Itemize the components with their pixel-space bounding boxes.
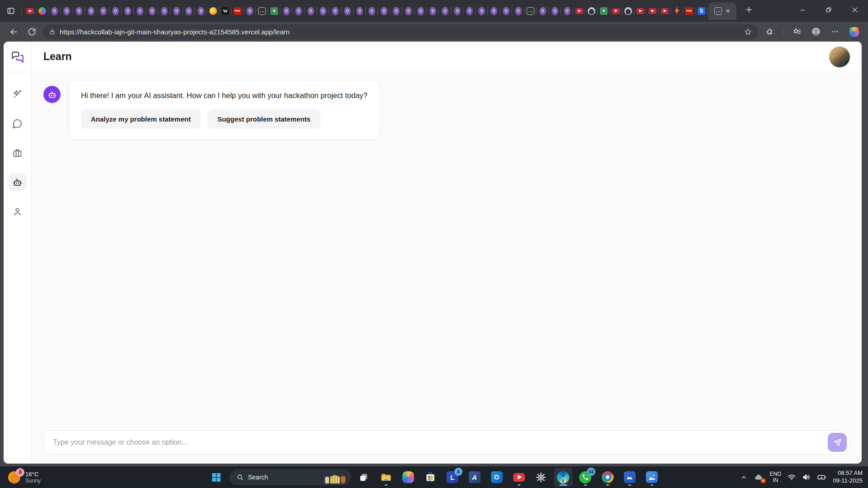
close-window-icon[interactable] [842, 0, 868, 20]
sidebar-item-profile[interactable] [9, 202, 27, 221]
browser-tab[interactable] [24, 0, 36, 22]
browser-tab[interactable]: 0 [73, 0, 85, 22]
browser-tab[interactable]: 0 [244, 0, 256, 22]
browser-tab[interactable]: 0 [512, 0, 524, 22]
taskbar-search[interactable]: Search [230, 469, 351, 485]
browser-tab[interactable]: 0 [146, 0, 158, 22]
browser-tab[interactable]: 0 [451, 0, 463, 22]
refresh-icon[interactable] [24, 24, 39, 39]
app-l-icon[interactable]: L 4 [443, 468, 462, 486]
clock[interactable]: 08:57 AM 09-11-2025 [833, 469, 864, 485]
favorites-icon[interactable] [789, 24, 805, 39]
browser-tab[interactable]: 0 [378, 0, 390, 22]
browser-tab[interactable]: 0 [195, 0, 207, 22]
browser-tab[interactable] [585, 0, 598, 22]
browser-tab[interactable] [671, 0, 683, 22]
browser-tab[interactable] [634, 0, 646, 22]
browser-tab[interactable]: 0 [61, 0, 73, 22]
browser-tab[interactable]: 0 [305, 0, 317, 22]
app-logo[interactable] [4, 42, 31, 72]
browser-tab[interactable]: 0 [122, 0, 134, 22]
minimize-icon[interactable] [789, 0, 816, 20]
new-tab-button[interactable] [741, 2, 756, 17]
browser-tab[interactable]: 0 [415, 0, 427, 22]
browser-tab[interactable]: 0 [85, 0, 97, 22]
browser-tab[interactable]: 0 [317, 0, 329, 22]
analyze-problem-button[interactable]: Analyze my problem statement [81, 109, 201, 129]
sidebar-item-assistant[interactable] [9, 173, 27, 191]
close-tab-icon[interactable] [725, 8, 731, 14]
bookmark-star-icon[interactable] [744, 28, 752, 36]
restore-icon[interactable] [816, 0, 842, 20]
browser-tab[interactable]: + [598, 0, 610, 22]
browser-tab[interactable] [610, 0, 622, 22]
url-text[interactable]: https://hackcollab-iajn-git-main-shaurya… [60, 28, 740, 36]
browser-tab[interactable]: … [256, 0, 268, 22]
suggest-problem-button[interactable]: Suggest problem statements [208, 109, 321, 129]
browser-tab[interactable]: 0 [476, 0, 488, 22]
whatsapp-icon[interactable]: 34 [576, 468, 594, 486]
browser-tab[interactable]: 0 [329, 0, 341, 22]
sidebar-item-chat[interactable] [9, 114, 27, 132]
browser-tab[interactable] [36, 0, 48, 22]
browser-tab[interactable] [646, 0, 659, 22]
browser-tab[interactable]: 0 [500, 0, 512, 22]
browser-tab[interactable]: 0 [354, 0, 366, 22]
browser-tab[interactable]: 0 [427, 0, 439, 22]
browser-tab[interactable]: 0 [402, 0, 415, 22]
chrome-icon[interactable] [599, 468, 617, 486]
browser-tab[interactable]: S [695, 0, 708, 22]
photos-icon[interactable] [643, 468, 661, 486]
browser-tab[interactable]: W [219, 0, 231, 22]
language-indicator[interactable]: ENG IN [769, 471, 781, 484]
browser-tab[interactable]: 0 [134, 0, 146, 22]
app-a-icon[interactable]: A [466, 468, 484, 486]
wifi-icon[interactable] [787, 473, 796, 482]
browser-tab[interactable]: 0 [549, 0, 561, 22]
browser-tab[interactable]: 0 [170, 0, 183, 22]
onedrive-icon[interactable]: ✕ [754, 472, 764, 482]
browser-tab[interactable] [622, 0, 634, 22]
browser-tab[interactable]: 0 [341, 0, 354, 22]
microsoft-store-icon[interactable] [421, 468, 439, 486]
browser-tab[interactable] [573, 0, 585, 22]
browser-tab[interactable]: PDF [683, 0, 695, 22]
message-input[interactable] [53, 438, 828, 446]
vertical-tabs-icon[interactable] [3, 3, 19, 19]
browser-tab[interactable]: 0 [561, 0, 573, 22]
browser-tab[interactable]: 0 [366, 0, 378, 22]
browser-tab[interactable]: 0 [97, 0, 109, 22]
browser-tab[interactable]: + [268, 0, 280, 22]
copilot-icon[interactable] [846, 24, 862, 39]
battery-icon[interactable] [817, 472, 827, 482]
more-menu-icon[interactable] [827, 24, 843, 39]
task-view-button[interactable] [355, 468, 373, 486]
outlook-icon[interactable]: O [488, 468, 506, 486]
extensions-icon[interactable] [762, 24, 777, 39]
send-button[interactable] [828, 433, 847, 452]
sidebar-item-projects[interactable] [9, 144, 27, 162]
browser-tab[interactable]: … [524, 0, 537, 22]
user-avatar[interactable] [829, 47, 850, 67]
browser-tab[interactable]: 0 [109, 0, 122, 22]
browser-tab[interactable]: 0 [463, 0, 476, 22]
file-explorer-icon[interactable] [377, 468, 395, 486]
volume-icon[interactable] [802, 473, 811, 482]
search-highlights-art[interactable] [325, 471, 348, 483]
profile-avatar-icon[interactable] [808, 24, 824, 39]
weather-widget[interactable]: 8 16°C Sunny [5, 466, 44, 488]
browser-tab[interactable]: 0 [48, 0, 61, 22]
browser-tab[interactable]: PDF [231, 0, 244, 22]
back-icon[interactable] [6, 24, 21, 39]
edge-taskbar-icon[interactable] [554, 468, 572, 486]
browser-tab[interactable]: 0 [390, 0, 402, 22]
browser-tab[interactable] [659, 0, 671, 22]
browser-tab[interactable]: 0 [280, 0, 292, 22]
settings-gear-icon[interactable] [532, 468, 550, 486]
copilot-taskbar-icon[interactable] [399, 468, 417, 486]
address-bar[interactable]: https://hackcollab-iajn-git-main-shaurya… [42, 24, 758, 39]
browser-tab[interactable]: 0 [537, 0, 549, 22]
start-button[interactable] [208, 468, 226, 486]
browser-tab[interactable] [207, 0, 219, 22]
youtube-taskbar-icon[interactable] [510, 468, 528, 486]
